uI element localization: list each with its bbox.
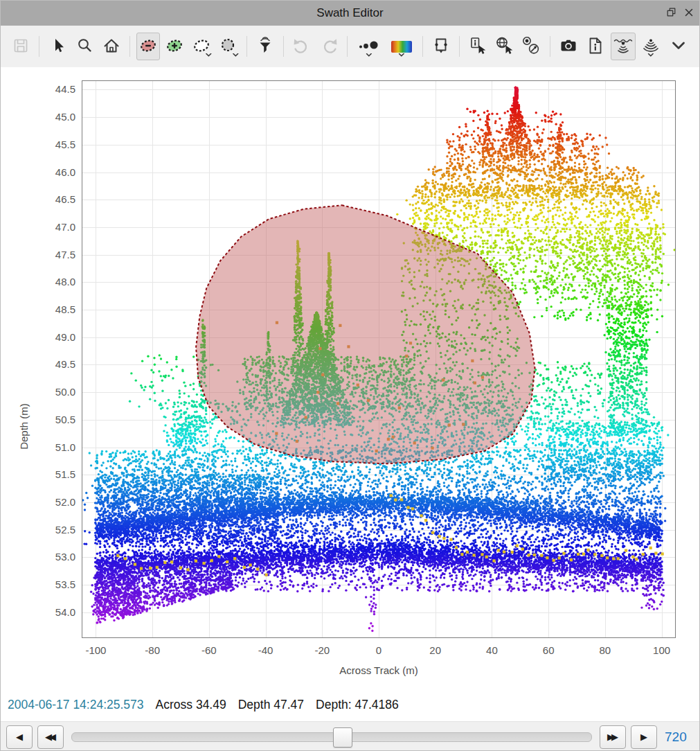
x-tick-label: 0 — [357, 644, 401, 656]
chevron-down-icon — [398, 48, 404, 59]
colormap-button[interactable] — [387, 33, 416, 60]
redo-icon — [319, 37, 339, 57]
y-tick-label: 47.5 — [41, 249, 75, 260]
y-tick-label: 44.5 — [41, 83, 75, 95]
x-tick-label: -80 — [130, 644, 174, 656]
snapshot-button[interactable] — [557, 33, 580, 60]
fast-back-button[interactable]: ◀◀ — [37, 725, 64, 749]
x-tick-label: 20 — [413, 644, 458, 656]
x-tick-label: -60 — [187, 644, 231, 656]
geo-pick-button[interactable] — [493, 33, 517, 60]
chevron-down-icon — [206, 48, 212, 59]
status-depth-precise: Depth: 47.4186 — [316, 698, 399, 712]
toolbar — [1, 26, 699, 67]
home-view-button[interactable] — [99, 33, 123, 60]
filter-beams-button[interactable] — [253, 33, 276, 60]
y-tick-label: 48.5 — [41, 303, 75, 315]
ping-count: 720 — [665, 730, 694, 745]
x-axis-label: Across Track (m) — [82, 664, 676, 676]
x-tick-label: 60 — [526, 644, 571, 656]
ping-slider-handle[interactable] — [333, 727, 352, 748]
single-swath-view-button[interactable] — [611, 33, 636, 60]
lasso-plus-icon — [164, 36, 185, 58]
compass-pick-button[interactable] — [519, 33, 543, 60]
single-swath-icon — [613, 36, 634, 58]
swath-editor-window: Swath Editor — [0, 0, 700, 751]
x-tick-label: -20 — [300, 644, 344, 656]
status-bar: 2004-06-17 14:24:25.573 Across 34.49 Dep… — [1, 688, 699, 721]
x-tick-label: -40 — [244, 644, 288, 656]
info-panel-button[interactable] — [583, 33, 608, 60]
y-tick-label: 53.0 — [41, 551, 75, 563]
x-tick-label: -100 — [73, 644, 118, 656]
y-tick-label: 50.5 — [41, 414, 75, 425]
y-tick-label: 51.5 — [41, 468, 75, 480]
toolbar-separator — [422, 36, 423, 57]
next-ping-button[interactable]: ▶ — [631, 725, 657, 749]
y-tick-label: 45.0 — [41, 111, 75, 123]
y-tick-label: 50.0 — [41, 386, 75, 398]
swath-bounds-button[interactable] — [429, 33, 453, 60]
y-tick-label: 47.0 — [41, 221, 75, 233]
toolbar-separator — [283, 36, 284, 57]
save-button[interactable] — [9, 33, 33, 60]
point-size-button[interactable] — [354, 33, 384, 60]
chevron-down-icon — [648, 48, 654, 59]
multi-swath-view-button[interactable] — [638, 33, 663, 60]
compass-record-icon — [521, 36, 541, 58]
status-across: Across 34.49 — [156, 698, 226, 712]
ping-navigation-bar: ◀ ◀◀ ▶▶ ▶ 720 — [1, 721, 699, 751]
lasso-select-tool-button[interactable] — [190, 33, 213, 60]
redo-button[interactable] — [316, 33, 340, 60]
toolbar-separator — [246, 36, 247, 57]
window-title: Swath Editor — [316, 6, 383, 20]
y-tick-label: 48.0 — [41, 276, 75, 288]
zoom-tool-button[interactable] — [73, 33, 96, 60]
undo-button[interactable] — [290, 33, 314, 60]
globe-cursor-icon — [494, 36, 515, 58]
info-pick-button[interactable] — [466, 33, 490, 60]
y-tick-label: 52.0 — [41, 496, 75, 508]
y-tick-label: 53.5 — [41, 578, 75, 590]
y-tick-label: 54.0 — [41, 606, 75, 618]
x-tick-label: 80 — [583, 644, 627, 656]
view-toggle-group — [582, 33, 692, 60]
y-tick-label: 49.5 — [41, 358, 75, 370]
ping-slider[interactable] — [71, 732, 592, 742]
doc-info-cursor-icon — [468, 36, 487, 58]
magnifier-icon — [75, 37, 93, 57]
home-icon — [102, 37, 120, 57]
y-tick-label: 46.5 — [41, 193, 75, 205]
float-window-button[interactable] — [665, 7, 677, 19]
x-tick-label: 40 — [469, 644, 514, 656]
y-tick-label: 52.5 — [41, 524, 75, 536]
lasso-reject-tool-button[interactable] — [136, 33, 160, 60]
brush-select-tool-button[interactable] — [216, 33, 240, 60]
lasso-minus-icon — [138, 36, 159, 58]
swath-bounds-icon — [432, 37, 450, 57]
undo-icon — [292, 37, 312, 57]
titlebar[interactable]: Swath Editor — [1, 1, 699, 26]
toolbar-overflow-button[interactable] — [666, 33, 691, 60]
toolbar-separator — [39, 36, 39, 57]
lasso-accept-tool-button[interactable] — [163, 33, 186, 60]
toolbar-separator — [129, 36, 130, 57]
y-tick-label: 45.5 — [41, 139, 75, 150]
close-icon — [684, 8, 694, 19]
beam-filter-icon — [256, 37, 274, 57]
toolbar-separator — [459, 36, 460, 57]
chevron-down-icon — [670, 37, 687, 56]
fast-forward-button[interactable]: ▶▶ — [600, 725, 626, 749]
status-timestamp: 2004-06-17 14:24:25.573 — [8, 698, 144, 712]
pointer-tool-button[interactable] — [46, 33, 69, 60]
chevron-down-icon — [233, 48, 239, 59]
prev-ping-button[interactable]: ◀ — [6, 725, 33, 749]
toolbar-separator — [550, 36, 550, 57]
close-button[interactable] — [683, 7, 695, 19]
y-axis-label: Depth (m) — [18, 389, 30, 465]
swath-scatter-canvas[interactable] — [82, 80, 676, 638]
y-tick-label: 51.0 — [41, 441, 75, 453]
save-icon — [12, 37, 30, 57]
x-tick-label: 100 — [640, 644, 684, 656]
y-tick-label: 46.0 — [41, 166, 75, 178]
